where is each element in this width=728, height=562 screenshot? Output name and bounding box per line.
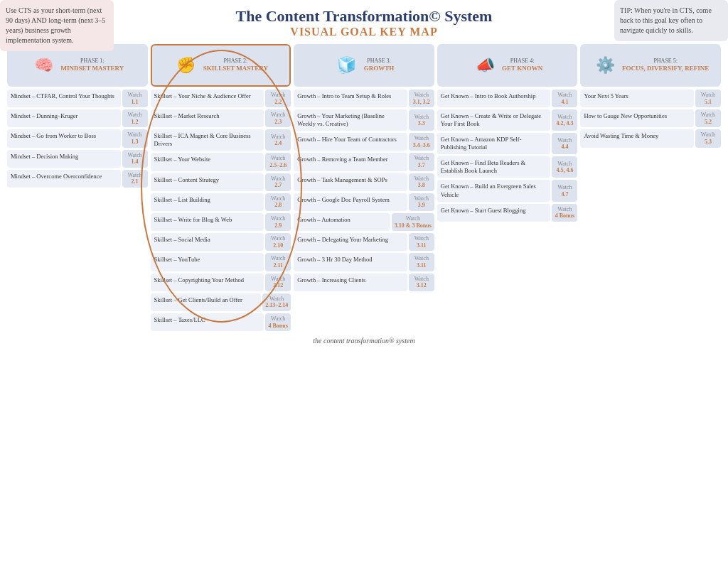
phase-3-icon: 🧊: [334, 53, 360, 78]
watch-button[interactable]: Watch5.1: [695, 90, 721, 107]
item-row: Skillset – Your Niche & Audience OfferWa…: [151, 90, 291, 107]
item-row: Skillset – Taxes/LLCWatch4 Bonus: [151, 313, 291, 331]
item-label: Get Known – Start Guest Blogging: [437, 204, 551, 222]
item-row: Growth – AutomationWatch3.10 & 3 Bonus: [294, 213, 434, 231]
watch-button[interactable]: Watch4 Bonus: [552, 204, 577, 222]
item-row: Get Known – Find Beta Readers & Establis…: [437, 156, 578, 178]
item-row: Growth – Task Management & SOPsWatch3.8: [294, 173, 434, 191]
phase-1-title: PHASE 1:MINDSET MASTERY: [60, 58, 124, 73]
item-label: Get Known – Intro to Book Authorship: [437, 90, 551, 107]
phase-1-icon: 🧠: [31, 53, 56, 78]
watch-button[interactable]: Watch2.7: [265, 173, 291, 191]
phases-container: 🧠PHASE 1:MINDSET MASTERYMindset – CTFAR,…: [7, 44, 721, 331]
item-row: Skillset – Copyrighting Your MethodWatch…: [151, 274, 291, 291]
watch-button[interactable]: Watch4.5, 4.6: [552, 156, 577, 178]
watch-button[interactable]: Watch2.9: [265, 213, 291, 231]
item-label: Skillset – Copyrighting Your Method: [151, 274, 264, 291]
watch-button[interactable]: Watch3.11: [409, 253, 434, 271]
item-row: Growth – Delegating Your MarketingWatch3…: [294, 233, 434, 251]
item-label: Avoid Wasting Time & Money: [580, 129, 694, 147]
watch-button[interactable]: Watch3.7: [409, 153, 434, 171]
item-row: Skillset – Market ResearchWatch2.3: [151, 109, 291, 127]
item-label: Growth – 3 Hr 30 Day Method: [294, 253, 407, 271]
watch-button[interactable]: Watch4.2, 4.3: [552, 109, 577, 131]
item-label: Get Known – Build an Evergreen Sales Veh…: [437, 180, 551, 201]
item-row: Mindset – Decision MakingWatch1.4: [7, 150, 148, 168]
watch-button[interactable]: Watch4.1: [552, 90, 577, 107]
item-row: Growth – Intro to Team Setup & RolesWatc…: [294, 90, 434, 107]
phase-col-4: 📣PHASE 4:GET KNOWNGet Known – Intro to B…: [437, 44, 578, 331]
watch-button[interactable]: Watch2.4: [265, 129, 291, 151]
item-label: Get Known – Find Beta Readers & Establis…: [437, 156, 551, 178]
watch-button[interactable]: Watch5.2: [695, 109, 721, 127]
item-row: Mindset – Go from Worker to BossWatch1.3: [7, 129, 148, 147]
watch-button[interactable]: Watch2.8: [265, 193, 291, 211]
phase-2-icon: ✊: [173, 53, 199, 78]
watch-button[interactable]: Watch3.9: [409, 193, 434, 211]
watch-button[interactable]: Watch4 Bonus: [265, 313, 291, 331]
item-label: Skillset – Taxes/LLC: [151, 313, 264, 331]
watch-button[interactable]: Watch2.11: [265, 253, 291, 271]
watch-button[interactable]: Watch3.3: [409, 109, 434, 131]
watch-button[interactable]: Watch2.12: [265, 274, 291, 291]
item-row: Growth – Removing a Team MemberWatch3.7: [294, 153, 434, 171]
watch-button[interactable]: Watch2.13–2.14: [262, 293, 291, 311]
phase-3-title: PHASE 3:GROWTH: [364, 58, 395, 73]
item-row: Skillset – Get Clients/Build an OfferWat…: [151, 293, 291, 311]
phase-5-icon: ⚙️: [592, 53, 618, 78]
item-label: Skillset – Your Niche & Audience Offer: [151, 90, 264, 107]
watch-button[interactable]: Watch2.3: [265, 109, 291, 127]
item-label: Mindset – Go from Worker to Boss: [7, 129, 121, 147]
item-label: Growth – Removing a Team Member: [294, 153, 407, 171]
phase-5-title: PHASE 5:FOCUS, DIVERSIFY, REFINE: [622, 58, 709, 73]
item-label: Get Known – Create & Write or Delegate Y…: [437, 109, 551, 131]
watch-button[interactable]: Watch1.4: [122, 150, 148, 168]
phase-col-1: 🧠PHASE 1:MINDSET MASTERYMindset – CTFAR,…: [7, 44, 148, 331]
item-row: Your Next 5 YearsWatch5.1: [580, 90, 721, 107]
item-label: Growth – Automation: [294, 213, 390, 231]
phase-col-2: ✊PHASE 2:SKILLSET MASTERYSkillset – Your…: [151, 44, 291, 331]
tip-right-text: TIP: When you're in CTS, come back to th…: [620, 6, 712, 34]
phase-4-title: PHASE 4:GET KNOWN: [502, 58, 542, 73]
watch-button[interactable]: Watch3.10 & 3 Bonus: [392, 213, 434, 231]
item-row: Growth – Your Marketing (Baseline Weekly…: [294, 109, 434, 131]
item-label: Get Known – Amazon KDP Self-Publishing T…: [437, 133, 551, 154]
phase-4-icon: 📣: [472, 53, 498, 78]
watch-button[interactable]: Watch3.8: [409, 173, 434, 191]
item-row: Growth – 3 Hr 30 Day MethodWatch3.11: [294, 253, 434, 271]
item-row: Get Known – Start Guest BloggingWatch4 B…: [437, 204, 578, 222]
item-label: Growth – Increasing Clients: [294, 274, 407, 291]
tip-box-right: TIP: When you're in CTS, come back to th…: [614, 0, 728, 41]
watch-button[interactable]: Watch3.11: [409, 233, 434, 251]
watch-button[interactable]: Watch5.3: [695, 129, 721, 147]
watch-button[interactable]: Watch1.1: [122, 90, 148, 107]
item-row: Mindset – Overcome OverconfidenceWatch2.…: [7, 170, 148, 188]
item-row: How to Gauge New OpportunitiesWatch5.2: [580, 109, 721, 127]
watch-button[interactable]: Watch1.3: [122, 129, 148, 147]
page: { "header": { "title": "The Content Tran…: [0, 0, 728, 562]
watch-button[interactable]: Watch4.4: [552, 133, 577, 154]
phase-2-title: PHASE 2:SKILLSET MASTERY: [203, 58, 268, 73]
item-label: Skillset – ICA Magnet & Core Business Dr…: [151, 129, 264, 151]
watch-button[interactable]: Watch2.2: [265, 90, 291, 107]
watch-button[interactable]: Watch1.2: [122, 109, 148, 127]
item-label: Skillset – Social Media: [151, 233, 264, 251]
watch-button[interactable]: Watch2.10: [265, 233, 291, 251]
watch-button[interactable]: Watch3.12: [409, 274, 434, 291]
watch-button[interactable]: Watch3.1, 3.2: [409, 90, 434, 107]
watch-button[interactable]: Watch2.5–2.6: [265, 153, 291, 171]
phase-col-5: ⚙️PHASE 5:FOCUS, DIVERSIFY, REFINEYour N…: [580, 44, 721, 331]
watch-button[interactable]: Watch3.4–3.6: [409, 133, 434, 151]
item-label: How to Gauge New Opportunities: [580, 109, 694, 127]
watch-button[interactable]: Watch2.1: [122, 170, 148, 188]
item-row: Skillset – List BuildingWatch2.8: [151, 193, 291, 211]
item-label: Skillset – Market Research: [151, 109, 264, 127]
item-row: Skillset – Content StrategyWatch2.7: [151, 173, 291, 191]
item-label: Skillset – List Building: [151, 193, 264, 211]
item-label: Growth – Delegating Your Marketing: [294, 233, 407, 251]
item-label: Skillset – YouTube: [151, 253, 264, 271]
phase-4-header: 📣PHASE 4:GET KNOWN: [437, 44, 578, 87]
watch-button[interactable]: Watch4.7: [552, 180, 577, 201]
item-label: Mindset – CTFAR, Control Your Thoughts: [7, 90, 121, 107]
item-row: Avoid Wasting Time & MoneyWatch5.3: [580, 129, 721, 147]
